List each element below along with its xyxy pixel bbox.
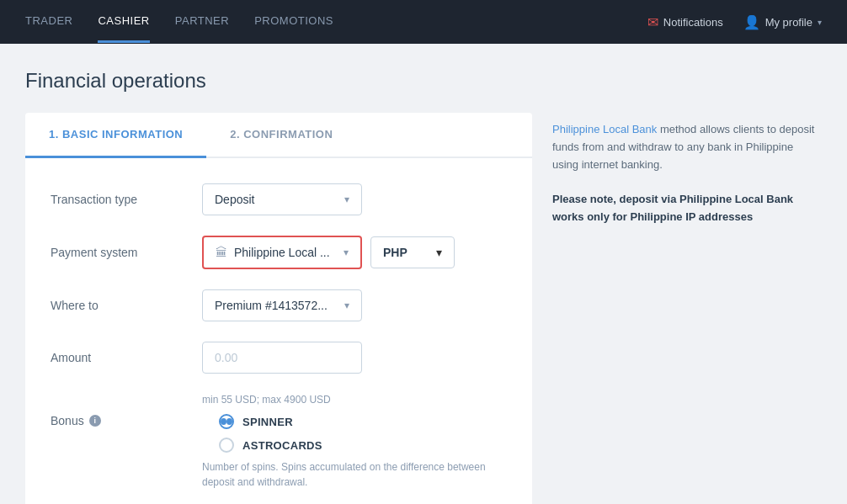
where-to-select[interactable]: Premium #1413572... ▾ bbox=[202, 289, 362, 321]
notification-icon: ✉ bbox=[647, 14, 658, 30]
transaction-type-controls: Deposit ▾ bbox=[202, 183, 362, 215]
nav-right: ✉ Notifications 👤 My profile ▾ bbox=[647, 14, 822, 30]
where-to-controls: Premium #1413572... ▾ bbox=[202, 289, 362, 321]
profile-icon: 👤 bbox=[743, 14, 760, 30]
notifications-label: Notifications bbox=[663, 16, 723, 29]
where-to-value: Premium #1413572... bbox=[215, 299, 338, 312]
sidebar-info-link: Philippine Local Bank bbox=[552, 123, 657, 135]
chevron-down-icon: ▾ bbox=[436, 246, 442, 259]
page-title: Financial operations bbox=[25, 69, 822, 93]
chevron-down-icon: ▾ bbox=[344, 300, 349, 311]
bonus-description: Number of spins. Spins accumulated on th… bbox=[202, 459, 505, 490]
top-navigation: TRADER CASHIER PARTNER PROMOTIONS ✉ Noti… bbox=[0, 0, 847, 44]
nav-item-trader[interactable]: TRADER bbox=[25, 1, 72, 43]
radio-spinner[interactable] bbox=[219, 414, 234, 429]
payment-system-label: Payment system bbox=[51, 246, 202, 259]
form-area: Transaction type Deposit ▾ Payment syste… bbox=[25, 158, 532, 504]
where-to-row: Where to Premium #1413572... ▾ bbox=[51, 289, 507, 321]
currency-select[interactable]: PHP ▾ bbox=[370, 236, 455, 268]
transaction-type-value: Deposit bbox=[215, 193, 338, 206]
payment-system-controls: 🏛 Philippine Local ... ▾ PHP ▾ bbox=[202, 236, 455, 269]
sidebar-info-bold: Please note, deposit via Philippine Loca… bbox=[552, 193, 793, 223]
payment-system-value: Philippine Local ... bbox=[234, 246, 337, 259]
sidebar-info-text: Philippine Local Bank method allows clie… bbox=[552, 121, 822, 226]
bonus-radio-group: SPINNER ASTROCARDS bbox=[219, 414, 322, 453]
nav-items: TRADER CASHIER PARTNER PROMOTIONS bbox=[25, 1, 647, 43]
bank-icon: 🏛 bbox=[216, 246, 227, 259]
transaction-type-label: Transaction type bbox=[51, 193, 202, 206]
bonus-label: Bonus bbox=[51, 414, 84, 427]
bonus-label-area: Bonus i bbox=[51, 414, 202, 427]
profile-label: My profile bbox=[765, 16, 812, 29]
form-card: 1. BASIC INFORMATION 2. CONFIRMATION Tra… bbox=[25, 113, 532, 504]
tab-bar: 1. BASIC INFORMATION 2. CONFIRMATION bbox=[25, 113, 532, 158]
nav-item-partner[interactable]: PARTNER bbox=[175, 1, 229, 43]
main-layout: 1. BASIC INFORMATION 2. CONFIRMATION Tra… bbox=[25, 113, 822, 504]
profile-button[interactable]: 👤 My profile ▾ bbox=[743, 14, 822, 30]
bonus-section: Bonus i SPINNER ASTROCARDS bbox=[51, 414, 507, 453]
amount-row: Amount bbox=[51, 342, 507, 374]
amount-label: Amount bbox=[51, 351, 202, 364]
notifications-button[interactable]: ✉ Notifications bbox=[647, 14, 723, 30]
spinner-label: SPINNER bbox=[242, 416, 293, 428]
page-content: Financial operations 1. BASIC INFORMATIO… bbox=[0, 44, 847, 504]
where-to-label: Where to bbox=[51, 299, 202, 312]
chevron-down-icon: ▾ bbox=[344, 194, 349, 205]
payment-system-select[interactable]: 🏛 Philippine Local ... ▾ bbox=[202, 236, 362, 269]
amount-controls bbox=[202, 342, 362, 374]
chevron-down-icon: ▾ bbox=[344, 247, 349, 258]
info-icon[interactable]: i bbox=[89, 415, 101, 427]
transaction-type-select[interactable]: Deposit ▾ bbox=[202, 183, 362, 215]
astrocards-label: ASTROCARDS bbox=[242, 439, 322, 452]
currency-value: PHP bbox=[383, 246, 429, 259]
radio-astrocards[interactable] bbox=[219, 438, 234, 453]
amount-hint: min 55 USD; max 4900 USD bbox=[202, 394, 507, 406]
payment-system-row: Payment system 🏛 Philippine Local ... ▾ … bbox=[51, 236, 507, 269]
tab-basic-information[interactable]: 1. BASIC INFORMATION bbox=[25, 113, 206, 158]
tab-confirmation[interactable]: 2. CONFIRMATION bbox=[206, 113, 356, 158]
nav-item-promotions[interactable]: PROMOTIONS bbox=[254, 1, 333, 43]
nav-item-cashier[interactable]: CASHIER bbox=[98, 1, 149, 43]
bonus-option-astrocards[interactable]: ASTROCARDS bbox=[219, 438, 322, 453]
transaction-type-row: Transaction type Deposit ▾ bbox=[51, 183, 507, 215]
amount-input[interactable] bbox=[202, 342, 362, 374]
chevron-down-icon: ▾ bbox=[818, 18, 822, 27]
sidebar-info: Philippine Local Bank method allows clie… bbox=[552, 113, 822, 504]
bonus-option-spinner[interactable]: SPINNER bbox=[219, 414, 322, 429]
